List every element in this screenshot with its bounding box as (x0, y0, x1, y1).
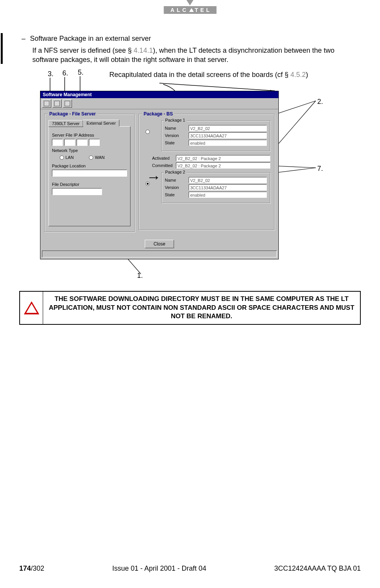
brand-logo: ALC TEL (164, 0, 216, 14)
dialog-titlebar: Software Management (40, 91, 278, 98)
radio-icon (60, 155, 64, 160)
pkg2-version: 3CC11334ADAA27 (189, 184, 267, 190)
toolbar-button-2[interactable] (52, 99, 62, 108)
pkg1-version: 3CC11334ADAA27 (189, 132, 267, 139)
down-arrow-icon (187, 0, 194, 5)
ip-octet-3[interactable] (77, 139, 87, 146)
package-1-radio[interactable] (146, 130, 150, 134)
callout-1: 1. (137, 272, 143, 280)
pkg1-name: V2_B2_02 (189, 125, 267, 131)
ip-label: Server File IP Address (52, 133, 127, 137)
package-location-input[interactable] (52, 170, 127, 177)
radio-icon (89, 155, 93, 160)
footer-right: 3CC12424AAAA TQ BJA 01 (274, 565, 361, 573)
server-tabs: 7390LT Server External Server (49, 120, 131, 127)
tab-external-server[interactable]: External Server (83, 120, 119, 127)
callout-6: 6. (62, 69, 68, 77)
callout-3: 3. (48, 70, 54, 78)
warning-text: THE SOFTWARE DOWNLOADING DIRECTORY MUST … (43, 292, 360, 324)
network-type-label: Network Type (52, 148, 127, 153)
dialog-toolbar (40, 98, 278, 109)
ip-octet-2[interactable] (64, 139, 75, 146)
footer-center: Issue 01 - April 2001 - Draft 04 (112, 565, 206, 573)
ip-address-input (52, 139, 127, 146)
tab-7390lt-server[interactable]: 7390LT Server (49, 120, 83, 127)
warning-box: THE SOFTWARE DOWNLOADING DIRECTORY MUST … (19, 291, 361, 325)
pkg2-state: enabled (189, 192, 267, 198)
close-button[interactable]: Close (145, 240, 174, 248)
toolbar-button-3[interactable] (63, 99, 72, 108)
group-title: Package - File Server (48, 111, 97, 117)
ip-octet-4[interactable] (89, 139, 100, 146)
callout-2: 2. (317, 98, 323, 106)
lan-radio-option[interactable]: LAN (60, 155, 74, 160)
callout-5: 5. (78, 68, 84, 77)
file-descriptor-input[interactable] (52, 188, 102, 195)
wan-radio-option[interactable]: WAN (89, 155, 104, 160)
software-management-dialog: Software Management Package - File Serve… (40, 91, 279, 259)
package-2-radio[interactable] (146, 182, 150, 186)
activated-value: V2_B2_02 : Package 2 (176, 155, 270, 161)
page-footer: 174/302 Issue 01 - April 2001 - Draft 04… (19, 565, 361, 573)
revision-bar (1, 33, 3, 64)
package-2-group: Package 2 NameV2_B2_02 Version3CC11334AD… (161, 172, 270, 203)
bullet-item: – Software Package in an external server (19, 35, 361, 43)
external-server-panel: Server File IP Address Network Type LAN (49, 126, 131, 226)
tool-icon (54, 101, 60, 106)
package-location-label: Package Location (52, 164, 127, 168)
toolbar-button-1[interactable] (42, 99, 51, 108)
pkg2-name: V2_B2_02 (189, 177, 267, 183)
committed-value: V2_B2_02 : Package 2 (176, 162, 270, 169)
paragraph: If a NFS server is defined (see § 4.14.1… (32, 46, 361, 65)
status-bar (42, 251, 277, 257)
group-title: Package - BS (142, 111, 174, 117)
ip-octet-1[interactable] (52, 139, 63, 146)
bullet-text: Software Package in an external server (30, 35, 151, 43)
tool-icon (65, 101, 70, 106)
warning-triangle-icon (24, 301, 39, 314)
package-bs-group: Package - BS Package 1 NameV2_B2_02 Vers… (139, 114, 275, 230)
callout-7: 7. (317, 165, 323, 173)
file-descriptor-label: File Descriptor (52, 182, 127, 187)
tool-icon (44, 101, 49, 106)
package-1-group: Package 1 NameV2_B2_02 Version3CC11334AD… (161, 120, 270, 151)
triangle-icon (189, 8, 194, 12)
pkg1-state: enabled (189, 140, 267, 146)
figure-caption: Recapitulated data in the detail screens… (109, 71, 308, 79)
figure: Recapitulated data in the detail screens… (32, 68, 361, 287)
package-file-server-group: Package - File Server 7390LT Server Exte… (44, 114, 135, 232)
